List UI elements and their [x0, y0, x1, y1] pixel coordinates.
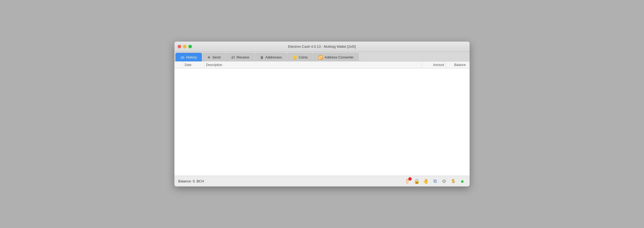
col-amount: Amount: [422, 61, 446, 68]
col-date: Date: [183, 61, 204, 68]
tools-status-icon[interactable]: ⚙: [441, 178, 448, 185]
tab-bar: 🗃 History ✈ Send 🏷 Receive 🖥 Addresses 🪙…: [174, 52, 470, 61]
lock-status-icon[interactable]: 🔒: [413, 178, 420, 185]
tab-send[interactable]: ✈ Send: [202, 53, 225, 61]
dollar-status-icon[interactable]: $: [450, 178, 457, 185]
bitcoin-status-icon[interactable]: ₿ 1: [404, 178, 411, 185]
maximize-button[interactable]: [188, 45, 192, 48]
status-bar: Balance: 0. BCH ₿ 1 🔒 🤚 ⧉ ⚙ $ ●: [174, 176, 470, 186]
tab-history[interactable]: 🗃 History: [175, 53, 202, 61]
green-circle-status-icon[interactable]: ●: [459, 178, 466, 185]
copy-icon: ⧉: [433, 178, 437, 184]
bitcoin-badge: 1: [408, 177, 412, 181]
tab-history-label: History: [186, 55, 197, 59]
dollar-icon: $: [452, 178, 455, 184]
tools-icon: ⚙: [442, 178, 446, 184]
send-icon: ✈: [207, 55, 211, 60]
col-balance: Balance: [446, 61, 467, 68]
tab-addresses-label: Addresses: [265, 55, 282, 59]
addresses-icon: 🖥: [260, 55, 264, 60]
hand-icon: 🤚: [423, 178, 429, 184]
traffic-lights: [178, 45, 192, 48]
tab-receive[interactable]: 🏷 Receive: [226, 53, 254, 61]
title-bar: Electron Cash 4.0.13 - Multisig Wallet […: [174, 42, 470, 52]
minimize-button[interactable]: [183, 45, 186, 48]
main-content: [174, 68, 470, 176]
copy-status-icon[interactable]: ⧉: [431, 178, 438, 185]
balance-label: Balance: 0. BCH: [178, 179, 204, 183]
tab-receive-label: Receive: [237, 55, 249, 59]
tab-addresses[interactable]: 🖥 Addresses: [255, 53, 287, 61]
tab-coins[interactable]: 🪙 Coins: [287, 53, 313, 61]
table-header: Date Description Amount Balance: [174, 61, 470, 68]
col-checkbox: [177, 61, 183, 68]
tab-send-label: Send: [212, 55, 220, 59]
window-title: Electron Cash 4.0.13 - Multisig Wallet […: [288, 45, 356, 49]
col-description: Description: [204, 61, 422, 68]
coins-icon: 🪙: [292, 55, 297, 60]
tab-address-converter-label: Address Converter: [324, 55, 353, 59]
app-window: Electron Cash 4.0.13 - Multisig Wallet […: [174, 42, 470, 186]
receive-icon: 🏷: [231, 55, 235, 60]
lock-icon: 🔒: [414, 178, 420, 184]
green-circle-icon: ●: [460, 178, 464, 185]
status-icons: ₿ 1 🔒 🤚 ⧉ ⚙ $ ●: [404, 178, 466, 185]
hand-status-icon[interactable]: 🤚: [422, 178, 429, 185]
tab-address-converter[interactable]: 🔁 Address Converter: [313, 53, 358, 61]
tab-coins-label: Coins: [299, 55, 308, 59]
address-converter-icon: 🔁: [318, 55, 323, 60]
close-button[interactable]: [178, 45, 181, 48]
history-icon: 🗃: [181, 55, 184, 60]
